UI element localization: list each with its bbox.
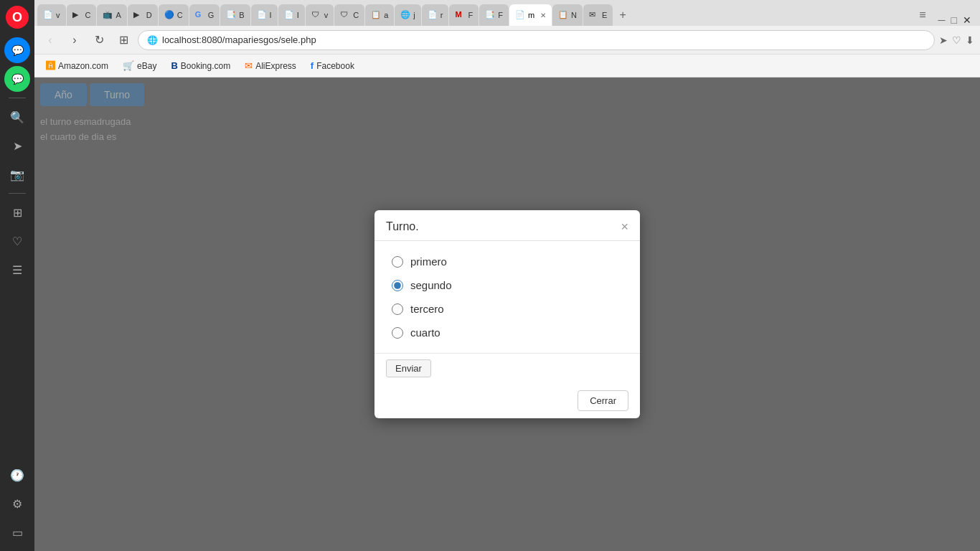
radio-segundo[interactable] xyxy=(392,280,403,291)
turno-modal: Turno. × primero segundo xyxy=(374,210,640,418)
ebay-icon: 🛒 xyxy=(123,60,134,71)
page-content: Año Turno el turno esmadrugada el cuarto… xyxy=(34,77,980,551)
bookmark-heart-icon[interactable]: ♡ xyxy=(952,34,961,46)
radio-label-tercero: tercero xyxy=(410,303,444,315)
tab-9[interactable]: 📄I xyxy=(278,4,305,26)
bookmark-aliexpress[interactable]: ✉ AliExpress xyxy=(239,58,302,73)
settings-icon[interactable]: ⚙ xyxy=(4,491,30,517)
browser-chrome: 📄v ▶C 📺A ▶D 🔵C GG 📑B 📄I 📄I 🛡v 🛡C 📋a 🌐j 📄… xyxy=(34,0,980,551)
maximize-button[interactable]: □ xyxy=(951,14,957,26)
radio-item-primero[interactable]: primero xyxy=(392,255,623,268)
camera-icon[interactable]: 📷 xyxy=(4,161,30,187)
tab-7[interactable]: 📑B xyxy=(220,4,250,26)
address-bar: ‹ › ↻ ⊞ 🌐 localhost:8080/mapariesgos/sel… xyxy=(34,26,980,55)
tab-17-active[interactable]: 📄m ✕ xyxy=(509,4,552,26)
address-input-wrap[interactable]: 🌐 localhost:8080/mapariesgos/sele.php xyxy=(138,30,935,50)
modal-footer-top: Enviar xyxy=(374,353,640,383)
history-icon[interactable]: 🕐 xyxy=(4,462,30,488)
messenger-icon[interactable]: 💬 xyxy=(4,37,30,63)
reload-button[interactable]: ↻ xyxy=(89,30,109,50)
document-icon[interactable]: ☰ xyxy=(4,257,30,283)
tab-12[interactable]: 📋a xyxy=(365,4,394,26)
modal-body: primero segundo tercero cuarto xyxy=(374,241,640,353)
tab-2[interactable]: ▶C xyxy=(67,4,97,26)
tab-6[interactable]: GG xyxy=(189,4,220,26)
opera-logo[interactable]: O xyxy=(6,6,29,29)
download-icon[interactable]: ⬇ xyxy=(966,34,974,46)
radio-label-primero: primero xyxy=(410,255,447,268)
enviar-button[interactable]: Enviar xyxy=(386,359,431,377)
modal-overlay: Turno. × primero segundo xyxy=(34,77,980,551)
radio-cuarto[interactable] xyxy=(392,327,403,339)
tab-bar: 📄v ▶C 📺A ▶D 🔵C GG 📑B 📄I 📄I 🛡v 🛡C 📋a 🌐j 📄… xyxy=(34,0,980,26)
bookmarks-bar: 🅰 Amazon.com 🛒 eBay B Booking.com ✉ AliE… xyxy=(34,55,980,77)
address-right-icons: ➤ ♡ ⬇ xyxy=(939,34,974,46)
close-button[interactable]: ✕ xyxy=(963,14,971,26)
tab-11[interactable]: 🛡C xyxy=(334,4,364,26)
bookmark-facebook[interactable]: f Facebook xyxy=(305,58,360,73)
modal-close-button[interactable]: × xyxy=(621,220,628,233)
opera-sidebar: O 💬 💬 🔍 ➤ 📷 ⊞ ♡ ☰ 🕐 ⚙ ▭ xyxy=(0,0,34,551)
forward-button[interactable]: › xyxy=(65,30,85,50)
tab-3[interactable]: 📺A xyxy=(97,4,126,26)
minimize-button[interactable]: ─ xyxy=(938,14,946,26)
cerrar-button[interactable]: Cerrar xyxy=(578,390,628,411)
bookmark-booking[interactable]: B Booking.com xyxy=(165,58,236,73)
radio-label-segundo: segundo xyxy=(410,279,452,291)
radio-tercero[interactable] xyxy=(392,303,403,315)
tab-10[interactable]: 🛡v xyxy=(306,4,334,26)
modal-header: Turno. × xyxy=(374,210,640,241)
tab-8[interactable]: 📄I xyxy=(251,4,278,26)
bookmark-ebay[interactable]: 🛒 eBay xyxy=(117,58,162,73)
tab-13[interactable]: 🌐j xyxy=(395,4,420,26)
booking-icon: B xyxy=(171,60,177,71)
radio-item-segundo[interactable]: segundo xyxy=(392,279,623,291)
tab-1[interactable]: 📄v xyxy=(37,4,66,26)
radio-item-cuarto[interactable]: cuarto xyxy=(392,326,623,339)
heart-icon[interactable]: ♡ xyxy=(4,228,30,254)
send-to-phone-icon[interactable]: ➤ xyxy=(939,34,948,46)
radio-item-tercero[interactable]: tercero xyxy=(392,303,623,315)
amazon-icon: 🅰 xyxy=(46,60,55,71)
radio-primero[interactable] xyxy=(392,256,403,268)
tab-menu-button[interactable]: ≡ xyxy=(913,4,931,26)
divider-1 xyxy=(9,98,26,98)
modal-footer: Cerrar xyxy=(374,383,640,418)
send-icon[interactable]: ➤ xyxy=(4,133,30,159)
tab-4[interactable]: ▶D xyxy=(128,4,158,26)
layout-icon[interactable]: ▭ xyxy=(4,519,30,545)
back-button[interactable]: ‹ xyxy=(40,30,60,50)
address-text: localhost:8080/mapariesgos/sele.php xyxy=(162,34,925,45)
globe-icon: 🌐 xyxy=(147,35,158,45)
tab-16[interactable]: 📑F xyxy=(479,4,509,26)
bookmark-amazon[interactable]: 🅰 Amazon.com xyxy=(40,58,114,73)
tab-close-icon[interactable]: ✕ xyxy=(540,11,546,19)
radio-label-cuarto: cuarto xyxy=(410,326,440,339)
whatsapp-icon[interactable]: 💬 xyxy=(4,66,30,92)
divider-2 xyxy=(9,193,26,194)
home-button[interactable]: ⊞ xyxy=(113,30,133,50)
modal-title: Turno. xyxy=(386,220,419,233)
facebook-icon: f xyxy=(311,60,314,71)
aliexpress-icon: ✉ xyxy=(245,60,253,71)
tab-18[interactable]: 📋N xyxy=(552,4,583,26)
tab-add-button[interactable]: + xyxy=(613,4,631,26)
window-controls: ─ □ ✕ xyxy=(933,14,977,26)
radio-group: primero segundo tercero cuarto xyxy=(392,255,623,339)
tab-5[interactable]: 🔵C xyxy=(159,4,189,26)
search-icon[interactable]: 🔍 xyxy=(4,104,30,130)
tab-14[interactable]: 📄r xyxy=(422,4,449,26)
grid-icon[interactable]: ⊞ xyxy=(4,199,30,225)
tab-15[interactable]: MF xyxy=(449,4,479,26)
tab-19[interactable]: ✉E xyxy=(583,4,613,26)
